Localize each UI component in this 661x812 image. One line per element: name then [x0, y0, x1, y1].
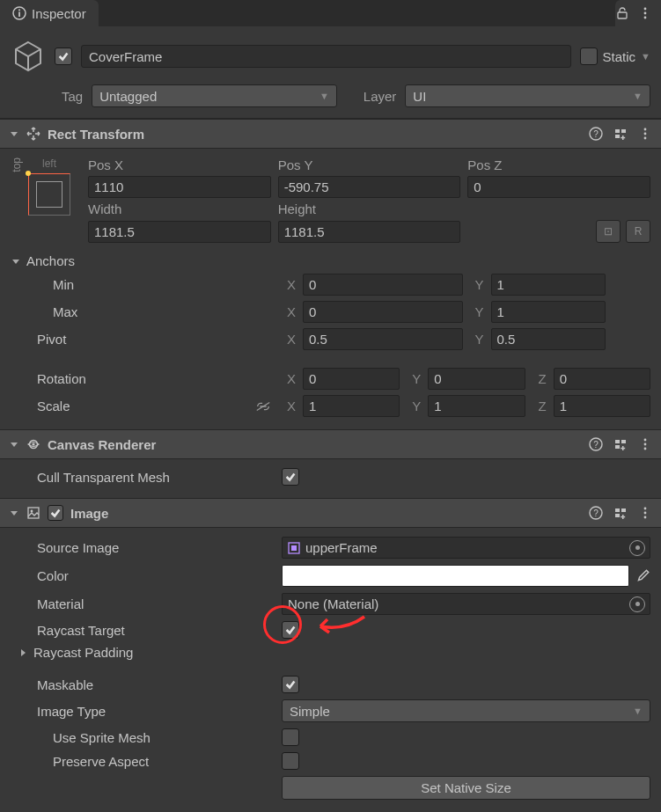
- svg-rect-10: [621, 129, 626, 133]
- svg-rect-38: [621, 516, 625, 518]
- help-icon[interactable]: ?: [589, 437, 603, 451]
- raycast-target-checkbox[interactable]: [282, 621, 299, 639]
- image-type-dropdown[interactable]: Simple ▼: [282, 699, 650, 722]
- constrain-proportions-icon[interactable]: [255, 400, 271, 413]
- preserve-aspect-checkbox[interactable]: [282, 752, 299, 770]
- anchors-foldout[interactable]: [11, 256, 21, 267]
- raycast-target-label: Raycast Target: [11, 623, 275, 638]
- static-checkbox[interactable]: [580, 48, 598, 65]
- svg-text:?: ?: [593, 440, 599, 450]
- use-sprite-mesh-checkbox[interactable]: [282, 728, 299, 746]
- height-input[interactable]: [278, 221, 461, 243]
- more-icon[interactable]: [638, 506, 652, 520]
- preset-icon[interactable]: [613, 506, 628, 520]
- image-component-icon: [26, 506, 40, 520]
- svg-point-39: [644, 508, 647, 510]
- info-icon: [12, 6, 26, 20]
- scale-z-input[interactable]: [554, 395, 650, 417]
- svg-point-29: [644, 448, 647, 450]
- width-input[interactable]: [88, 221, 271, 243]
- layer-label: Layer: [364, 89, 397, 104]
- object-picker-icon[interactable]: [629, 596, 645, 612]
- gameobject-icon[interactable]: [11, 39, 46, 74]
- foldout-icon[interactable]: [9, 439, 19, 450]
- svg-rect-35: [621, 508, 626, 512]
- svg-rect-26: [621, 448, 625, 450]
- canvas-renderer-header[interactable]: Canvas Renderer ?: [0, 429, 661, 459]
- anchor-preset-button[interactable]: [28, 173, 70, 216]
- cull-label: Cull Transparent Mesh: [11, 470, 275, 485]
- foldout-icon[interactable]: [9, 508, 19, 518]
- preset-icon[interactable]: [613, 437, 628, 451]
- svg-rect-23: [621, 440, 626, 443]
- pivot-y-input[interactable]: [491, 328, 606, 350]
- svg-point-40: [644, 512, 647, 515]
- inspector-tab[interactable]: Inspector: [0, 0, 99, 26]
- tab-strip: Inspector: [0, 0, 661, 26]
- eyedropper-icon[interactable]: [635, 567, 650, 586]
- svg-rect-13: [621, 137, 625, 139]
- gameobject-name-input[interactable]: [81, 45, 571, 68]
- cull-checkbox[interactable]: [282, 468, 299, 486]
- scale-x-input[interactable]: [303, 395, 400, 417]
- object-picker-icon[interactable]: [629, 540, 645, 556]
- set-native-size-label: Set Native Size: [421, 780, 511, 795]
- anchor-min-x-input[interactable]: [303, 274, 463, 296]
- raycast-padding-foldout[interactable]: [18, 647, 28, 658]
- help-icon[interactable]: ?: [589, 127, 603, 141]
- color-field[interactable]: [282, 565, 629, 587]
- scale-y-input[interactable]: [428, 395, 525, 417]
- rot-y-input[interactable]: [428, 368, 525, 390]
- material-label: Material: [11, 596, 275, 611]
- layer-dropdown[interactable]: UI ▼: [405, 84, 650, 107]
- svg-point-41: [644, 516, 647, 519]
- use-sprite-mesh-label: Use Sprite Mesh: [11, 730, 275, 745]
- anchor-max-x-input[interactable]: [303, 301, 463, 323]
- blueprint-mode-button[interactable]: ⊡: [596, 220, 621, 243]
- chevron-down-icon: ▼: [633, 706, 643, 716]
- more-icon[interactable]: [638, 6, 652, 20]
- rot-z-input[interactable]: [554, 368, 650, 390]
- anchor-max-y-input[interactable]: [491, 301, 606, 323]
- image-type-label: Image Type: [11, 704, 275, 719]
- posx-input[interactable]: [88, 176, 271, 198]
- color-label: Color: [11, 568, 275, 583]
- height-label: Height: [278, 201, 461, 216]
- svg-point-16: [644, 137, 647, 140]
- section-title: Canvas Renderer: [48, 437, 582, 452]
- pivot-label: Pivot: [11, 332, 275, 347]
- maskable-checkbox[interactable]: [282, 676, 299, 693]
- max-label: Max: [11, 304, 275, 319]
- source-image-label: Source Image: [11, 540, 275, 555]
- posy-input[interactable]: [278, 176, 461, 198]
- svg-point-6: [644, 17, 647, 19]
- more-icon[interactable]: [638, 127, 652, 141]
- help-icon[interactable]: ?: [589, 506, 603, 520]
- material-field[interactable]: None (Material): [282, 593, 650, 615]
- posx-label: Pos X: [88, 157, 271, 172]
- set-native-size-button[interactable]: Set Native Size: [282, 776, 650, 800]
- rect-transform-header[interactable]: Rect Transform ?: [0, 119, 661, 149]
- posz-input[interactable]: [467, 176, 650, 198]
- svg-point-15: [644, 133, 647, 135]
- active-checkbox[interactable]: [55, 48, 72, 65]
- rect-transform-icon: [26, 127, 40, 141]
- anchors-label: Anchors: [26, 253, 75, 268]
- source-image-field[interactable]: upperFrame: [282, 537, 650, 559]
- preset-icon[interactable]: [613, 127, 628, 141]
- raw-mode-button[interactable]: R: [626, 220, 650, 243]
- tag-dropdown[interactable]: Untagged ▼: [92, 84, 337, 107]
- svg-rect-11: [615, 135, 620, 138]
- image-enabled-checkbox[interactable]: [48, 505, 63, 521]
- svg-rect-22: [615, 440, 620, 443]
- static-dropdown-arrow[interactable]: ▼: [641, 51, 650, 62]
- rot-x-input[interactable]: [303, 368, 400, 390]
- lock-icon[interactable]: [615, 6, 629, 20]
- pivot-x-input[interactable]: [303, 328, 463, 350]
- more-icon[interactable]: [638, 437, 652, 451]
- canvas-renderer-icon: [26, 437, 40, 451]
- image-header[interactable]: Image ?: [0, 498, 661, 528]
- svg-rect-1: [18, 12, 20, 18]
- anchor-min-y-input[interactable]: [491, 274, 606, 296]
- foldout-icon[interactable]: [9, 128, 19, 139]
